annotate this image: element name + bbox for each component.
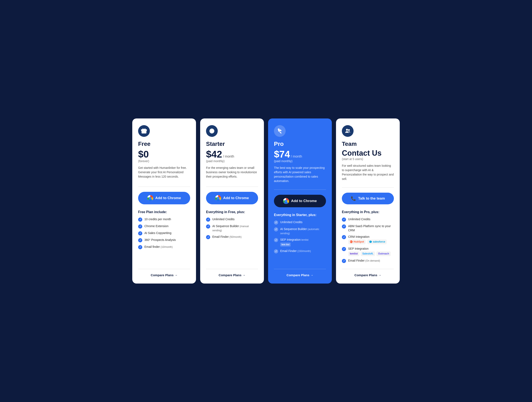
feature-item: Unlimited Credits [206, 217, 258, 222]
cta-button-starter[interactable]: Add to Chrome [206, 192, 258, 204]
plan-price: $0 [138, 149, 190, 159]
plan-billing: (forever) [138, 159, 190, 163]
feature-list: Unlimited CreditsABM SaaS Platform sync … [342, 217, 394, 263]
plan-icon-free [138, 125, 150, 137]
phone-icon: 📞 [351, 196, 356, 201]
plan-billing: (paid monthly) [274, 159, 326, 163]
compare-plans-link[interactable]: Compare Plans → [206, 269, 258, 277]
check-icon [274, 238, 278, 242]
check-icon [138, 231, 142, 235]
check-icon [206, 218, 210, 222]
feature-text: AI Sequence Builder (manual sending) [212, 224, 258, 232]
feature-list: Unlimited CreditsAI Sequence Builder (au… [274, 220, 326, 263]
cta-button-free[interactable]: Add to Chrome [138, 192, 190, 204]
svg-point-11 [285, 200, 287, 202]
check-icon [138, 245, 142, 249]
features-title: Everything in Starter, plus: [274, 213, 326, 217]
feature-sub-text: (150/month) [297, 250, 311, 253]
feature-text: SEP Integration lemlist Salesloft. Outre… [348, 247, 391, 256]
feature-text: AI Sequence Builder (automatic sending) [280, 227, 326, 235]
feature-text: Email Finder (On demand) [348, 259, 380, 263]
plan-card-free: Free$0(forever)Get started with Humanlin… [132, 119, 196, 283]
check-icon [206, 224, 210, 229]
outreach-logo: Outreach [376, 251, 391, 256]
feature-main-text: SEP Integration [348, 247, 369, 250]
compare-plans-link[interactable]: Compare Plans → [138, 269, 190, 277]
svg-point-4 [149, 197, 151, 199]
check-icon [274, 227, 278, 232]
divider [138, 187, 190, 187]
salesloft-logo: Salesloft. [361, 251, 375, 256]
plan-description: Get started with Humanlinker for free. G… [138, 166, 190, 180]
features-title: Everything in Free, plus: [206, 210, 258, 214]
lemlist-logo: lemlist [348, 251, 359, 256]
feature-text: Unlimited Credits [212, 217, 235, 221]
check-icon [138, 218, 142, 222]
feature-main-text: Email Finder (50/month) [212, 235, 241, 239]
plan-name: Team [342, 141, 394, 147]
feature-list: 10 credits per monthChrome ExtensionAI S… [138, 217, 190, 263]
feature-text: Email Finder (50/month) [212, 235, 241, 239]
plan-billing: (paid monthly) [206, 159, 258, 163]
feature-main-text: ABM SaaS Platform sync to your CRM [348, 224, 391, 232]
feature-item: Email Finder (50/month) [206, 235, 258, 239]
feature-main-text: Chrome Extension [144, 224, 168, 228]
plan-price: $74 / month [274, 149, 326, 159]
plan-price: $42 / month [206, 149, 258, 159]
cta-label: Add to Chrome [223, 196, 249, 200]
feature-list: Unlimited CreditsAI Sequence Builder (ma… [206, 217, 258, 263]
feature-main-text: SEP Integration lemlist [280, 238, 308, 241]
feature-text: Unlimited Credits [348, 217, 370, 221]
plan-name: Starter [206, 141, 258, 147]
feature-main-text: Unlimited Credits [348, 218, 370, 221]
feature-item: ABM SaaS Platform sync to your CRM [342, 224, 394, 232]
feature-main-text: CRM Integration [348, 235, 369, 239]
svg-point-12 [346, 129, 348, 131]
check-icon [342, 247, 346, 251]
feature-main-text: Email Finder (150/month) [280, 249, 311, 253]
feature-item: Email finder (10/month) [138, 245, 190, 249]
feature-main-text: Unlimited Credits [280, 220, 303, 224]
feature-text: Chrome Extension [144, 224, 168, 228]
plan-card-starter: Starter$42 / month(paid monthly)For the … [200, 119, 264, 283]
feature-item: SEP Integration lemlist Salesloft. Outre… [342, 247, 394, 256]
feature-text: SEP Integration lemlistlemlist [280, 238, 308, 246]
cta-button-team[interactable]: 📞Talk to the team [342, 193, 394, 204]
feature-text: Unlimited Credits [280, 220, 303, 224]
feature-main-text: Unlimited Credits [212, 218, 235, 221]
cta-label: Add to Chrome [291, 199, 317, 203]
svg-point-13 [348, 129, 350, 131]
check-icon [274, 220, 278, 225]
plan-card-team: TeamContact Us(start at 5 users)For well… [336, 119, 400, 283]
compare-plans-link[interactable]: Compare Plans → [342, 269, 394, 277]
check-icon [342, 235, 346, 239]
cta-button-pro[interactable]: Add to Chrome [274, 195, 326, 207]
svg-text:SF: SF [369, 242, 370, 243]
feature-item: CRM Integration HS HubSpot SF salesforce [342, 235, 394, 244]
pricing-grid: Free$0(forever)Get started with Humanlin… [132, 119, 400, 283]
check-icon [138, 238, 142, 242]
feature-main-text: 10 credits per month [144, 218, 171, 221]
feature-sub-text: (automatic sending) [280, 228, 319, 235]
feature-main-text: AI Sequence Builder (automatic sending) [280, 227, 319, 235]
plan-icon-starter [206, 125, 218, 137]
check-icon [206, 235, 210, 239]
compare-plans-link[interactable]: Compare Plans → [274, 269, 326, 277]
feature-main-text: AI Sequence Builder (manual sending) [212, 224, 249, 232]
feature-text: AI Sales Copywriting [144, 231, 171, 235]
divider [206, 187, 258, 187]
check-icon [274, 249, 278, 253]
plan-name: Free [138, 141, 190, 147]
plan-billing: (start at 5 users) [342, 157, 394, 161]
feature-sub-text: (50/month) [229, 235, 241, 239]
plan-description: For the emerging sales team or small bus… [206, 166, 258, 180]
feature-sub-text: lemlist [301, 239, 308, 241]
plan-description: For well structured sales team looking t… [342, 163, 394, 181]
feature-text: CRM Integration HS HubSpot SF salesforce [348, 235, 387, 244]
salesforce-logo: SF salesforce [367, 239, 387, 244]
feature-item: Email Finder (On demand) [342, 259, 394, 263]
feature-item: AI Sales Copywriting [138, 231, 190, 235]
check-icon [138, 224, 142, 229]
feature-sub-text: (10/month) [160, 245, 173, 248]
feature-text: Email Finder (150/month) [280, 249, 311, 253]
